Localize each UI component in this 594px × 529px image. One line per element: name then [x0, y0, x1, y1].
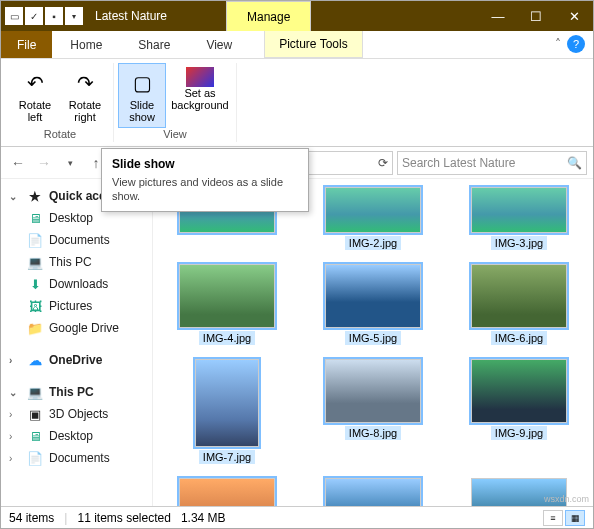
sidebar-onedrive[interactable]: ›☁OneDrive: [5, 349, 148, 371]
file-item[interactable]: IMG-7.jpg: [161, 357, 293, 466]
maximize-button[interactable]: ☐: [517, 1, 555, 31]
tab-home[interactable]: Home: [52, 31, 120, 58]
ribbon-group-rotate-label: Rotate: [44, 128, 76, 142]
thumbnail-image: [325, 187, 421, 233]
qat-dropdown-icon[interactable]: ▾: [65, 7, 83, 25]
forward-button[interactable]: →: [33, 152, 55, 174]
file-item[interactable]: IMG-4.jpg: [161, 262, 293, 347]
ribbon-group-view: ▢ Slide show Set as background View: [114, 63, 237, 142]
slide-show-button[interactable]: ▢ Slide show: [118, 63, 166, 128]
tooltip-title: Slide show: [112, 157, 298, 171]
sidebar-downloads[interactable]: ⬇Downloads: [5, 273, 148, 295]
sidebar-google-drive[interactable]: 📁Google Drive: [5, 317, 148, 339]
sidebar-3d-objects[interactable]: ›▣3D Objects: [5, 403, 148, 425]
sidebar-desktop-2[interactable]: ›🖥Desktop: [5, 425, 148, 447]
file-item[interactable]: IMG-9.jpg: [453, 357, 585, 466]
sidebar-item-label: Downloads: [49, 277, 108, 291]
status-selected-count: 11 items selected: [77, 511, 170, 525]
documents-icon: 📄: [27, 450, 43, 466]
sidebar-item-label: Documents: [49, 451, 110, 465]
rotate-left-label: Rotate left: [13, 99, 57, 123]
thumbnails-view-button[interactable]: ▦: [565, 510, 585, 526]
file-name-label: IMG-4.jpg: [199, 331, 255, 345]
pc-icon: 💻: [27, 254, 43, 270]
sidebar-item-label: This PC: [49, 255, 92, 269]
close-button[interactable]: ✕: [555, 1, 593, 31]
sidebar-this-pc-pin[interactable]: 💻This PC: [5, 251, 148, 273]
file-item[interactable]: IMG-10.jpg: [161, 476, 293, 506]
details-view-button[interactable]: ≡: [543, 510, 563, 526]
explorer-icon: ▭: [5, 7, 23, 25]
thumbnail-image: [325, 478, 421, 506]
thumbnail-image: [195, 359, 259, 447]
cube-icon: ▣: [27, 406, 43, 422]
titlebar: ▭ ✓ ▪ ▾ Latest Nature Manage — ☐ ✕: [1, 1, 593, 31]
rotate-left-icon: ↶: [19, 67, 51, 99]
file-item[interactable]: IMG-5.jpg: [307, 262, 439, 347]
thumbnail-image: [471, 359, 567, 423]
watermark: wsxdn.com: [544, 494, 589, 504]
file-item[interactable]: IMG-6.jpg: [453, 262, 585, 347]
sidebar-this-pc[interactable]: ⌄💻This PC: [5, 381, 148, 403]
desktop-icon: 🖥: [27, 210, 43, 226]
help-icon[interactable]: ?: [567, 35, 585, 53]
tab-picture-tools[interactable]: Picture Tools: [264, 31, 362, 58]
refresh-icon[interactable]: ⟳: [378, 156, 388, 170]
desktop-background-icon: [186, 67, 214, 87]
file-name-label: IMG-6.jpg: [491, 331, 547, 345]
status-selection-size: 1.34 MB: [181, 511, 226, 525]
sidebar-item-label: Documents: [49, 233, 110, 247]
sidebar-item-label: OneDrive: [49, 353, 102, 367]
downloads-icon: ⬇: [27, 276, 43, 292]
divider: |: [64, 511, 67, 525]
status-bar: 54 items | 11 items selected 1.34 MB ≡ ▦: [1, 506, 593, 528]
folder-icon: 📁: [27, 320, 43, 336]
file-item[interactable]: IMG-3.jpg: [453, 185, 585, 252]
thumbnail-image: [471, 187, 567, 233]
sidebar-documents-2[interactable]: ›📄Documents: [5, 447, 148, 469]
pictures-icon: 🖼: [27, 298, 43, 314]
ribbon-group-view-label: View: [163, 128, 187, 142]
qat-prop-icon[interactable]: ✓: [25, 7, 43, 25]
search-input[interactable]: Search Latest Nature 🔍: [397, 151, 587, 175]
file-item[interactable]: IMG-2.jpg: [307, 185, 439, 252]
ribbon: ↶ Rotate left ↷ Rotate right Rotate ▢ Sl…: [1, 59, 593, 147]
back-button[interactable]: ←: [7, 152, 29, 174]
file-name-label: IMG-8.jpg: [345, 426, 401, 440]
set-background-button[interactable]: Set as background: [168, 63, 232, 128]
tab-share[interactable]: Share: [120, 31, 188, 58]
collapse-ribbon-icon[interactable]: ˄: [555, 37, 561, 51]
minimize-button[interactable]: —: [479, 1, 517, 31]
tab-file[interactable]: File: [1, 31, 52, 58]
file-name-label: IMG-9.jpg: [491, 426, 547, 440]
status-item-count: 54 items: [9, 511, 54, 525]
rotate-left-button[interactable]: ↶ Rotate left: [11, 63, 59, 128]
rotate-right-button[interactable]: ↷ Rotate right: [61, 63, 109, 128]
projector-screen-icon: ▢: [126, 67, 158, 99]
tab-view[interactable]: View: [188, 31, 250, 58]
file-name-label: IMG-3.jpg: [491, 236, 547, 250]
qat-folder-icon[interactable]: ▪: [45, 7, 63, 25]
tooltip-body: View pictures and videos as a slide show…: [112, 175, 298, 203]
thumbnail-image: [179, 264, 275, 328]
star-icon: ★: [27, 188, 43, 204]
file-item[interactable]: IMG-11.jpg: [307, 476, 439, 506]
rotate-right-icon: ↷: [69, 67, 101, 99]
thumbnail-image: [325, 264, 421, 328]
thumbnail-image: [471, 264, 567, 328]
rotate-right-label: Rotate right: [63, 99, 107, 123]
window-title: Latest Nature: [95, 9, 167, 23]
sidebar-documents[interactable]: 📄Documents: [5, 229, 148, 251]
ribbon-group-rotate: ↶ Rotate left ↷ Rotate right Rotate: [7, 63, 114, 142]
sidebar-pictures[interactable]: 🖼Pictures: [5, 295, 148, 317]
file-item[interactable]: IMG-8.jpg: [307, 357, 439, 466]
file-pane[interactable]: IMG-2.jpg IMG-3.jpg IMG-4.jpg IMG-5.jpg …: [153, 179, 593, 506]
file-name-label: IMG-2.jpg: [345, 236, 401, 250]
cloud-icon: ☁: [27, 352, 43, 368]
search-placeholder: Search Latest Nature: [402, 156, 515, 170]
manage-contextual-tab[interactable]: Manage: [226, 1, 311, 31]
desktop-icon: 🖥: [27, 428, 43, 444]
ribbon-tabs: File Home Share View Picture Tools ˄ ?: [1, 31, 593, 59]
slide-show-label: Slide show: [120, 99, 164, 123]
recent-dropdown-icon[interactable]: ▾: [59, 152, 81, 174]
